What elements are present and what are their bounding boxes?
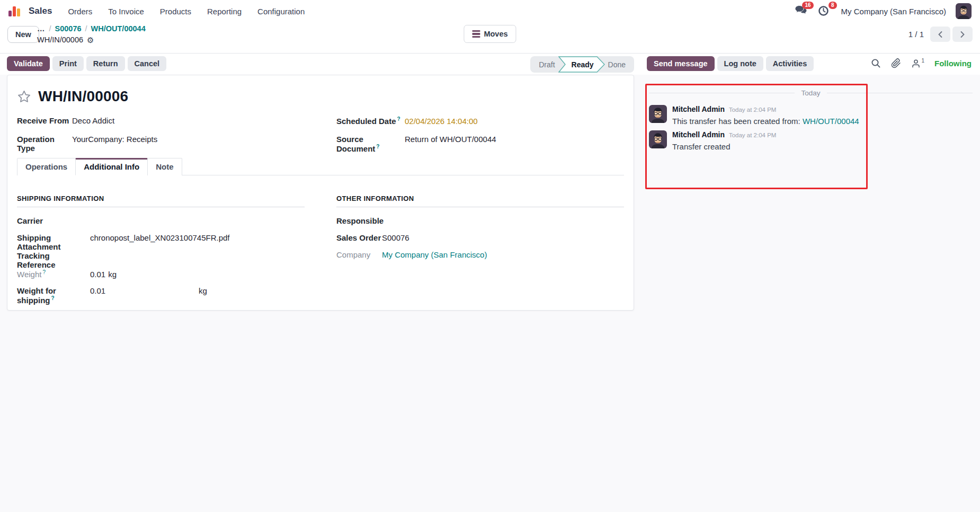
scheduled-date-value[interactable]: 02/04/2026 14:04:00 [405,117,478,126]
message-record-link[interactable]: WH/OUT/00044 [803,117,859,126]
weight-for-shipping-value[interactable]: 0.01 [90,286,199,295]
pager-previous-button[interactable] [930,27,950,42]
person-icon [911,59,921,68]
field-scheduled-date: Scheduled Date? 02/04/2026 14:04:00 [336,116,624,135]
receive-from-label: Receive From [17,116,72,125]
validate-button[interactable]: Validate [7,56,50,71]
shipping-attachment-label: Shipping Attachment [17,233,90,251]
menu-configuration[interactable]: Configuration [257,7,305,16]
field-shipping-attachment: Shipping Attachment chronopost_label_XN0… [17,233,305,251]
return-button[interactable]: Return [86,56,125,71]
moves-lines-icon [472,30,480,38]
field-responsible: Responsible [336,216,624,233]
field-operation-type: Operation Type YourCompany: Receipts [17,135,305,153]
activities-icon[interactable]: 8 [818,5,832,17]
message-author[interactable]: Mitchell Admin [672,130,725,139]
apps-menu-icon[interactable] [8,6,20,16]
tab-additional-info[interactable]: Additional Info [75,158,148,175]
menu-reporting[interactable]: Reporting [207,7,242,16]
weight-value[interactable]: 0.01 [90,270,105,279]
print-button[interactable]: Print [52,56,84,71]
breadcrumb-separator: / [49,24,51,34]
help-icon: ? [42,269,46,275]
breadcrumb-link-whout00044[interactable]: WH/OUT/00044 [91,24,146,34]
favorite-star-icon[interactable] [17,90,31,104]
menu-orders[interactable]: Orders [68,7,92,16]
status-ready-label: Ready [558,56,605,73]
field-weight-for-shipping: Weight for shipping? 0.01 kg [17,286,305,305]
other-information-heading: OTHER INFORMATION [336,195,624,207]
action-row: Validate Print Return Cancel Draft Ready… [0,54,980,75]
operation-type-label: Operation Type [17,135,72,153]
field-company: Company My Company (San Francisco) [336,250,624,267]
new-button[interactable]: New [7,26,39,43]
menu-to-invoice[interactable]: To Invoice [108,7,144,16]
main-menu: Orders To Invoice Products Reporting Con… [68,7,305,16]
company-value-link[interactable]: My Company (San Francisco) [382,250,487,259]
date-divider-label: Today [801,89,820,97]
search-messages-button[interactable] [871,58,881,68]
following-toggle[interactable]: Following [934,59,972,68]
status-step-ready[interactable]: Ready [558,56,605,73]
followers-button[interactable]: 1 [911,59,924,68]
messages-icon[interactable]: 16 [795,5,808,17]
message-author[interactable]: Mitchell Admin [672,105,725,113]
activities-button[interactable]: Activities [766,56,814,71]
cancel-button[interactable]: Cancel [128,56,167,71]
log-note-button[interactable]: Log note [717,56,763,71]
weight-label: Weight? [17,269,90,279]
activities-badge: 8 [828,2,837,9]
shipping-attachment-value[interactable]: chronopost_label_XN023100745FR.pdf [90,233,230,242]
source-document-value[interactable]: Return of WH/OUT/00044 [405,135,496,144]
operation-type-value[interactable]: YourCompany: Receipts [72,135,157,144]
shipping-information-section: SHIPPING INFORMATION Carrier Shipping At… [17,195,305,305]
field-receive-from: Receive From Deco Addict [17,116,305,135]
messages-badge: 16 [802,2,813,9]
message: Mitchell Admin Today at 2:04 PM This tra… [649,105,973,127]
page-title: WH/IN/00006 [38,88,128,105]
user-avatar[interactable] [956,3,972,19]
message: Mitchell Admin Today at 2:04 PM Transfer… [649,130,973,152]
header-fields: Receive From Deco Addict Operation Type … [17,116,624,153]
statusbar: Draft Ready Done [530,56,634,73]
field-weight: Weight? 0.01 kg [17,269,305,286]
receive-from-value[interactable]: Deco Addict [72,116,114,125]
chatter-tools: 1 Following [871,58,972,68]
pager-next-button[interactable] [952,27,973,42]
additional-info-content: SHIPPING INFORMATION Carrier Shipping At… [17,195,624,305]
sales-order-value[interactable]: S00076 [382,233,409,242]
attach-files-button[interactable] [891,58,901,68]
send-message-button[interactable]: Send message [647,56,715,71]
content-area: WH/IN/00006 Receive From Deco Addict Ope… [0,75,980,512]
paperclip-icon [891,58,901,68]
sales-order-label: Sales Order [336,233,382,242]
company-label: Company [336,250,382,259]
message-timestamp: Today at 2:04 PM [729,107,777,113]
weight-for-shipping-unit: kg [199,286,207,295]
chatter-panel: Today Mitchell Admin Today at 2:04 PM Th… [640,75,980,512]
weight-for-shipping-label: Weight for shipping? [17,286,90,305]
record-actions: Validate Print Return Cancel [7,56,166,71]
tab-note[interactable]: Note [147,158,182,175]
tracking-reference-label: Tracking Reference [17,251,90,269]
search-icon [871,58,881,68]
message-avatar[interactable] [649,130,667,148]
message-thread: Mitchell Admin Today at 2:04 PM This tra… [649,105,973,152]
message-avatar[interactable] [649,105,667,123]
shipping-information-heading: SHIPPING INFORMATION [17,195,305,207]
top-navbar: Sales Orders To Invoice Products Reporti… [0,0,980,22]
help-icon: ? [51,295,55,301]
company-switcher[interactable]: My Company (San Francisco) [841,7,946,16]
message-text: This transfer has been created from: WH/… [672,116,859,127]
responsible-label: Responsible [336,216,382,225]
menu-products[interactable]: Products [160,7,191,16]
field-source-document: Source Document? Return of WH/OUT/00044 [336,135,624,153]
breadcrumb-ellipsis[interactable]: … [37,24,46,34]
chevron-right-icon [959,31,966,38]
tab-operations[interactable]: Operations [17,158,76,175]
carrier-label: Carrier [17,216,90,225]
moves-smart-button[interactable]: Moves [464,25,516,43]
breadcrumb-link-s00076[interactable]: S00076 [55,24,82,34]
app-name-sales[interactable]: Sales [29,6,52,16]
gear-icon[interactable]: ⚙ [87,36,94,44]
